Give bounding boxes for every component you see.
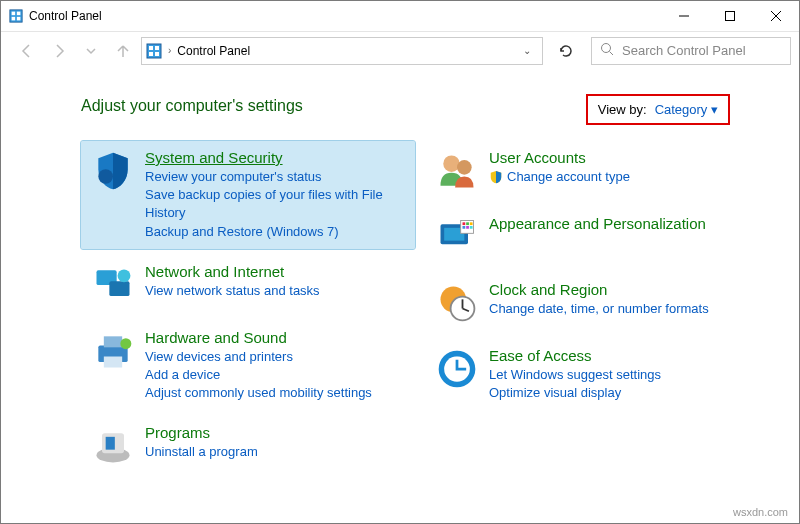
right-column: User Accounts Change account type <box>425 141 759 482</box>
category-ease-of-access[interactable]: Ease of Access Let Windows suggest setti… <box>425 339 759 410</box>
recent-locations-button[interactable] <box>77 37 105 65</box>
svg-rect-1 <box>12 12 16 16</box>
printer-icon <box>91 329 135 373</box>
category-appearance-personalization[interactable]: Appearance and Personalization <box>425 207 759 267</box>
clock-icon <box>435 281 479 325</box>
address-bar: › Control Panel ⌄ Search Control Panel <box>1 31 799 69</box>
category-link[interactable]: Optimize visual display <box>489 384 749 402</box>
refresh-button[interactable] <box>551 37 581 65</box>
svg-rect-18 <box>109 281 129 296</box>
svg-rect-11 <box>155 46 159 50</box>
window: Control Panel › Control Panel ⌄ Search C… <box>0 0 800 524</box>
maximize-button[interactable] <box>707 1 753 31</box>
watermark: wsxdn.com <box>733 506 788 518</box>
category-link[interactable]: Change account type <box>507 168 630 186</box>
svg-rect-33 <box>466 222 469 225</box>
search-icon <box>600 42 614 59</box>
category-title[interactable]: Ease of Access <box>489 347 592 364</box>
shield-icon <box>91 149 135 193</box>
category-link[interactable]: Add a device <box>145 366 405 384</box>
svg-rect-2 <box>17 12 21 16</box>
category-title[interactable]: Clock and Region <box>489 281 607 298</box>
category-title[interactable]: Programs <box>145 424 210 441</box>
category-link[interactable]: Let Windows suggest settings <box>489 366 749 384</box>
category-system-and-security[interactable]: System and Security Review your computer… <box>81 141 415 249</box>
search-placeholder: Search Control Panel <box>622 43 746 58</box>
category-title[interactable]: Appearance and Personalization <box>489 215 706 232</box>
left-column: System and Security Review your computer… <box>81 141 415 482</box>
content-area: Adjust your computer's settings View by:… <box>1 69 799 523</box>
category-title[interactable]: Hardware and Sound <box>145 329 287 346</box>
svg-rect-22 <box>104 356 122 367</box>
svg-rect-32 <box>463 222 466 225</box>
svg-point-19 <box>118 269 131 282</box>
user-accounts-icon <box>435 149 479 193</box>
programs-icon <box>91 424 135 468</box>
search-input[interactable]: Search Control Panel <box>591 37 791 65</box>
svg-rect-34 <box>470 222 473 225</box>
category-title[interactable]: Network and Internet <box>145 263 284 280</box>
svg-rect-35 <box>463 226 466 229</box>
address-path: Control Panel <box>177 44 510 58</box>
forward-button[interactable] <box>45 37 73 65</box>
svg-point-28 <box>457 160 472 175</box>
svg-point-23 <box>120 338 131 349</box>
appearance-icon <box>435 215 479 259</box>
category-link[interactable]: Review your computer's status <box>145 168 405 186</box>
window-title: Control Panel <box>29 9 661 23</box>
back-button[interactable] <box>13 37 41 65</box>
svg-rect-26 <box>106 437 115 450</box>
svg-rect-10 <box>149 46 153 50</box>
category-title[interactable]: User Accounts <box>489 149 586 166</box>
minimize-button[interactable] <box>661 1 707 31</box>
view-by-selector[interactable]: View by: Category ▾ <box>586 94 730 125</box>
view-by-value: Category ▾ <box>655 102 718 117</box>
svg-point-27 <box>443 155 460 172</box>
svg-rect-6 <box>726 12 735 21</box>
category-user-accounts[interactable]: User Accounts Change account type <box>425 141 759 201</box>
address-box[interactable]: › Control Panel ⌄ <box>141 37 543 65</box>
category-clock-and-region[interactable]: Clock and Region Change date, time, or n… <box>425 273 759 333</box>
shield-icon <box>489 170 503 184</box>
svg-rect-3 <box>12 17 16 21</box>
view-by-label: View by: <box>598 102 647 117</box>
svg-point-14 <box>602 44 611 53</box>
chevron-down-icon: ▾ <box>711 102 718 117</box>
category-hardware-and-sound[interactable]: Hardware and Sound View devices and prin… <box>81 321 415 411</box>
ease-of-access-icon <box>435 347 479 391</box>
category-link[interactable]: Backup and Restore (Windows 7) <box>145 223 405 241</box>
category-link[interactable]: Adjust commonly used mobility settings <box>145 384 405 402</box>
category-link[interactable]: View network status and tasks <box>145 282 405 300</box>
network-icon <box>91 263 135 307</box>
svg-point-16 <box>98 169 113 184</box>
category-link[interactable]: Save backup copies of your files with Fi… <box>145 186 405 222</box>
close-button[interactable] <box>753 1 799 31</box>
category-link[interactable]: Change date, time, or number formats <box>489 300 749 318</box>
svg-rect-36 <box>466 226 469 229</box>
svg-line-15 <box>610 52 614 56</box>
svg-rect-13 <box>155 52 159 56</box>
category-link[interactable]: Uninstall a program <box>145 443 405 461</box>
titlebar: Control Panel <box>1 1 799 31</box>
address-dropdown-button[interactable]: ⌄ <box>516 45 538 56</box>
category-title[interactable]: System and Security <box>145 149 283 166</box>
category-network-and-internet[interactable]: Network and Internet View network status… <box>81 255 415 315</box>
control-panel-icon <box>9 9 23 23</box>
control-panel-icon <box>146 43 162 59</box>
chevron-right-icon: › <box>168 45 171 56</box>
category-link[interactable]: View devices and printers <box>145 348 405 366</box>
category-programs[interactable]: Programs Uninstall a program <box>81 416 415 476</box>
svg-rect-37 <box>470 226 473 229</box>
svg-rect-4 <box>17 17 21 21</box>
svg-rect-12 <box>149 52 153 56</box>
up-button[interactable] <box>109 37 137 65</box>
svg-rect-21 <box>104 336 122 347</box>
